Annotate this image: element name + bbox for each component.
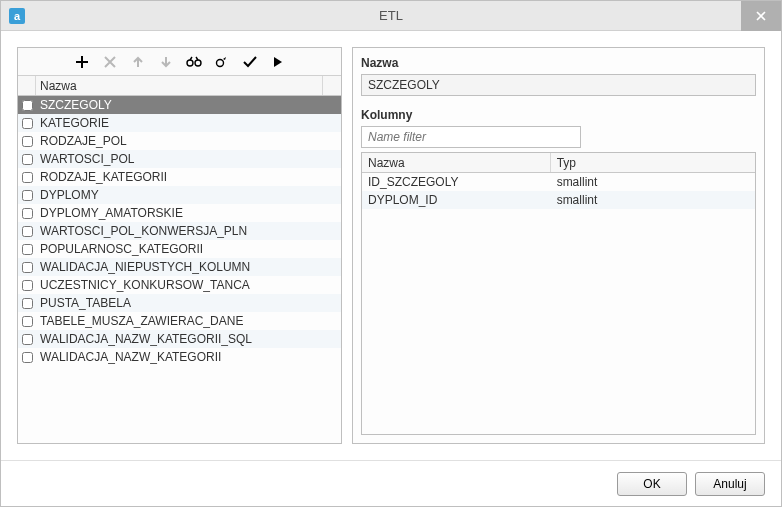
col-header-name[interactable]: Nazwa [36,76,323,95]
row-name: TABELE_MUSZA_ZAWIERAC_DANE [36,312,323,330]
app-icon: a [9,8,25,24]
table-row[interactable]: WARTOSCI_POL_KONWERSJA_PLN [18,222,341,240]
left-list-header: Nazwa [18,76,341,96]
row-checkbox[interactable] [22,118,33,129]
column-type: smallint [551,173,755,191]
name-filter-input[interactable] [361,126,581,148]
columns-label: Kolumny [361,108,756,122]
refresh-icon[interactable] [213,53,231,71]
col-header-type[interactable]: Typ [551,153,755,172]
table-row[interactable]: UCZESTNICY_KONKURSOW_TANCA [18,276,341,294]
column-name: DYPLOM_ID [362,191,551,209]
table-row[interactable]: POPULARNOSC_KATEGORII [18,240,341,258]
play-icon[interactable] [269,53,287,71]
svg-point-1 [195,60,201,66]
table-row[interactable]: PUSTA_TABELA [18,294,341,312]
columns-body[interactable]: ID_SZCZEGOLYsmallintDYPLOM_IDsmallint [362,173,755,434]
arrow-down-icon[interactable] [157,53,175,71]
check-icon[interactable] [241,53,259,71]
binoculars-icon[interactable] [185,53,203,71]
table-row[interactable]: DYPLOMY_AMATORSKIE [18,204,341,222]
table-row[interactable]: WALIDACJA_NAZW_KATEGORII [18,348,341,366]
table-row[interactable]: RODZAJE_KATEGORII [18,168,341,186]
row-name: PUSTA_TABELA [36,294,323,312]
cancel-button[interactable]: Anuluj [695,472,765,496]
row-name: RODZAJE_POL [36,132,323,150]
row-name: DYPLOMY [36,186,323,204]
row-checkbox[interactable] [22,262,33,273]
columns-header: Nazwa Typ [362,153,755,173]
row-name: SZCZEGOLY [36,96,323,114]
row-checkbox[interactable] [22,298,33,309]
left-list-body[interactable]: SZCZEGOLYKATEGORIERODZAJE_POLWARTOSCI_PO… [18,96,341,443]
column-type: smallint [551,191,755,209]
svg-point-0 [187,60,193,66]
name-label: Nazwa [361,56,756,70]
row-name: KATEGORIE [36,114,323,132]
column-row[interactable]: DYPLOM_IDsmallint [362,191,755,209]
column-row[interactable]: ID_SZCZEGOLYsmallint [362,173,755,191]
row-checkbox[interactable] [22,244,33,255]
row-name: POPULARNOSC_KATEGORII [36,240,323,258]
svg-point-2 [216,59,223,66]
row-name: WALIDACJA_NAZW_KATEGORII_SQL [36,330,323,348]
row-checkbox[interactable] [22,316,33,327]
row-name: UCZESTNICY_KONKURSOW_TANCA [36,276,323,294]
left-toolbar [18,48,341,76]
table-row[interactable]: RODZAJE_POL [18,132,341,150]
ok-button[interactable]: OK [617,472,687,496]
row-checkbox[interactable] [22,100,33,111]
name-value: SZCZEGOLY [361,74,756,96]
row-checkbox[interactable] [22,280,33,291]
arrow-up-icon[interactable] [129,53,147,71]
table-row[interactable]: WALIDACJA_NAZW_KATEGORII_SQL [18,330,341,348]
row-name: WARTOSCI_POL_KONWERSJA_PLN [36,222,323,240]
add-icon[interactable] [73,53,91,71]
table-row[interactable]: DYPLOMY [18,186,341,204]
table-row[interactable]: TABELE_MUSZA_ZAWIERAC_DANE [18,312,341,330]
window-title: ETL [379,8,403,23]
table-row[interactable]: SZCZEGOLY [18,96,341,114]
row-checkbox[interactable] [22,190,33,201]
column-name: ID_SZCZEGOLY [362,173,551,191]
table-row[interactable]: KATEGORIE [18,114,341,132]
row-name: DYPLOMY_AMATORSKIE [36,204,323,222]
table-row[interactable]: WARTOSCI_POL [18,150,341,168]
row-name: RODZAJE_KATEGORII [36,168,323,186]
row-checkbox[interactable] [22,352,33,363]
row-checkbox[interactable] [22,154,33,165]
row-checkbox[interactable] [22,226,33,237]
table-row[interactable]: WALIDACJA_NIEPUSTYCH_KOLUMN [18,258,341,276]
row-name: WALIDACJA_NIEPUSTYCH_KOLUMN [36,258,323,276]
row-checkbox[interactable] [22,334,33,345]
row-name: WALIDACJA_NAZW_KATEGORII [36,348,323,366]
remove-icon[interactable] [101,53,119,71]
row-name: WARTOSCI_POL [36,150,323,168]
row-checkbox[interactable] [22,208,33,219]
col-header-name[interactable]: Nazwa [362,153,551,172]
close-button[interactable] [741,1,781,31]
row-checkbox[interactable] [22,172,33,183]
row-checkbox[interactable] [22,136,33,147]
